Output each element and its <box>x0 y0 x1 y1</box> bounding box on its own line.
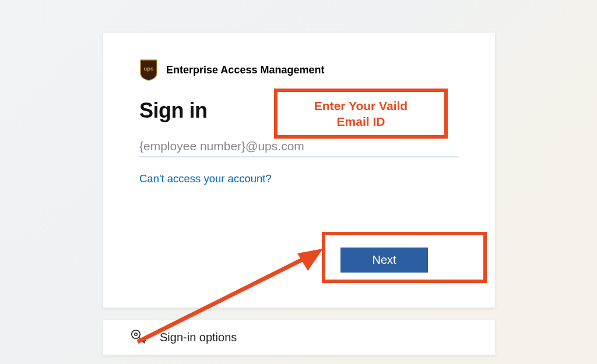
annotation-email-callout: Enter Your VaildEmail ID <box>274 89 448 139</box>
brand-title: Enterprise Access Management <box>166 64 324 76</box>
cant-access-link[interactable]: Can't access your account? <box>139 172 272 185</box>
annotation-next-highlight <box>322 232 487 283</box>
svg-point-2 <box>135 333 138 336</box>
annotation-email-text: Enter Your VaildEmail ID <box>314 98 408 130</box>
key-icon <box>129 328 148 347</box>
signin-options-card[interactable]: Sign-in options <box>103 320 495 355</box>
svg-text:ups: ups <box>144 65 154 72</box>
brand-row: ups Enterprise Access Management <box>139 59 459 81</box>
email-input[interactable] <box>139 139 459 157</box>
signin-options-label: Sign-in options <box>160 331 237 344</box>
ups-logo-icon: ups <box>139 59 158 81</box>
